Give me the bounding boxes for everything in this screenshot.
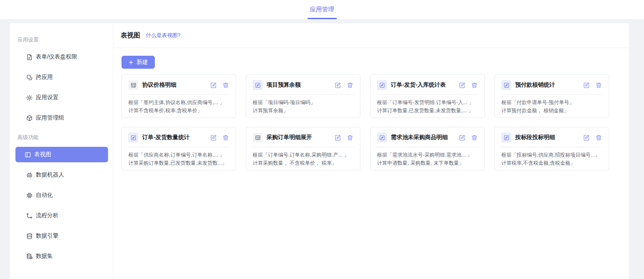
merge-icon: [253, 80, 262, 90]
delete-button[interactable]: [595, 82, 602, 89]
edit-button[interactable]: [459, 82, 466, 89]
delete-button[interactable]: [347, 82, 353, 89]
card-divider: [128, 147, 229, 147]
view-card[interactable]: 项目预算余额根据「项目编码-项目编码」计算预算余额」: [246, 74, 360, 118]
view-card[interactable]: 预付款核销统计根据「付款申请单号-预付单号」计算预付款金额， 核销金额」: [494, 74, 609, 118]
robot-icon: [26, 172, 33, 179]
view-card[interactable]: 按标段投标明细根据「投标编号,供应商,招投标项目编号...」计算税率,不含税金额…: [494, 127, 609, 170]
table-view-icon: [24, 151, 31, 158]
flow-icon: [26, 212, 33, 219]
card-title: 协议价格明细: [142, 81, 176, 89]
cross-app-icon: [26, 74, 33, 81]
view-card[interactable]: 订单-发货-入库统计表根据「订单编号-发货明细.订单编号-入... 」计算订单数…: [370, 74, 485, 118]
view-card[interactable]: 采购订单明细展开根据「订单编号,订单名称,采购明细.产... 」计算采购数量， …: [246, 127, 360, 170]
edit-button[interactable]: [583, 134, 590, 141]
merge-icon: [377, 80, 387, 90]
new-button[interactable]: 新建: [121, 56, 155, 69]
table-grid-icon: [253, 133, 262, 142]
tab-app-management[interactable]: 应用管理: [308, 0, 337, 19]
card-title: 订单-发货-入库统计表: [391, 81, 446, 89]
card-actions: [334, 82, 353, 89]
sidebar-item-label: 应用管理组: [36, 114, 64, 122]
card-divider: [377, 147, 478, 147]
sidebar-item-label: 自动化: [36, 192, 53, 199]
view-card[interactable]: 订单-发货数量统计根据「供应商名称,订单编号,订单名称,... 」计算采购订单数…: [121, 127, 236, 170]
sidebar-item[interactable]: 流程分析: [15, 208, 108, 223]
edit-button[interactable]: [583, 82, 590, 89]
data-engine-icon: [26, 233, 33, 240]
view-card[interactable]: 协议价格明细根据「签约主体,协议名称,供应商编号,... 」计算不含税单价,税率…: [121, 74, 236, 118]
new-button-label: 新建: [137, 59, 148, 66]
sidebar-section-header: 高级功能: [10, 131, 113, 147]
merge-icon: [501, 133, 511, 142]
card-description-line: 计算预算余额」: [253, 107, 353, 115]
sidebar-item-label: 数据引擎: [36, 232, 59, 240]
card-title: 预付款核销统计: [515, 81, 555, 89]
sidebar-item[interactable]: 自动化: [15, 187, 108, 203]
card-actions: [210, 82, 229, 89]
card-description-line: 根据「订单编号,订单名称,采购明细.产... 」: [253, 151, 353, 159]
delete-button[interactable]: [222, 82, 229, 89]
sidebar-item-label: 应用设置: [36, 94, 59, 101]
card-title: 订单-发货数量统计: [142, 134, 190, 141]
sidebar-item[interactable]: 数据引擎: [15, 228, 108, 244]
card-header: 预付款核销统计: [501, 80, 602, 90]
plus-icon: [128, 60, 134, 65]
help-link[interactable]: 什么是表视图?: [146, 32, 180, 39]
card-description-line: 根据「订单编号-发货明细.订单编号-入... 」: [377, 98, 478, 107]
sidebar-item-label: 数据集: [36, 253, 53, 260]
automation-icon: [26, 192, 33, 199]
edit-button[interactable]: [210, 82, 217, 89]
merge-icon: [377, 133, 387, 142]
delete-button[interactable]: [471, 82, 478, 89]
card-header: 项目预算余额: [253, 80, 353, 90]
sidebar: 应用设置表单/仪表盘权限跨应用应用设置应用管理组高级功能表视图数据机器人自动化流…: [10, 23, 113, 279]
edit-button[interactable]: [334, 134, 341, 141]
sidebar-item[interactable]: 应用设置: [15, 90, 108, 105]
edit-button[interactable]: [210, 134, 217, 141]
card-divider: [253, 147, 353, 147]
sidebar-item[interactable]: 数据机器人: [15, 167, 108, 183]
topbar: 应用管理: [0, 0, 644, 19]
sidebar-item-label: 数据机器人: [36, 171, 64, 179]
cube-icon: [26, 115, 33, 122]
sidebar-item[interactable]: 数据集: [15, 248, 108, 264]
card-grid: 协议价格明细根据「签约主体,协议名称,供应商编号,... 」计算不含税单价,税率…: [121, 74, 621, 170]
card-description-line: 根据「供应商名称,订单编号,订单名称,... 」: [128, 151, 229, 159]
edit-button[interactable]: [334, 82, 341, 89]
edit-button[interactable]: [459, 134, 466, 141]
sidebar-item[interactable]: 表视图: [15, 147, 108, 162]
sidebar-item[interactable]: 跨应用: [15, 70, 108, 85]
view-card[interactable]: 需求池未采购商品明细根据「需求池流水号-采购明细.需求池... 」计算申请数量,…: [370, 127, 485, 170]
sidebar-item[interactable]: 应用管理组: [15, 110, 108, 126]
card-header: 按标段投标明细: [501, 133, 602, 142]
card-description-line: 计算订单数量,已发货数量,未发货数量,... 」: [377, 107, 478, 115]
card-header: 需求池未采购商品明细: [377, 133, 478, 142]
card-title: 按标段投标明细: [515, 134, 555, 141]
delete-button[interactable]: [471, 134, 478, 141]
card-description-line: 计算不含税单价,税率,含税单价」: [128, 107, 229, 115]
card-title: 需求池未采购商品明细: [391, 134, 448, 141]
card-divider: [501, 147, 602, 147]
card-description-line: 根据「付款申请单号-预付单号」: [501, 98, 602, 107]
sidebar-item-label: 跨应用: [36, 74, 53, 81]
card-description-line: 根据「项目编码-项目编码」: [253, 98, 353, 107]
card-divider: [128, 94, 229, 95]
plus-icon: [128, 60, 134, 65]
main-content: 表视图 什么是表视图? 新建 协议价格明细根据「签约主体,协议名称,供应商编号,…: [113, 23, 629, 279]
delete-button[interactable]: [222, 134, 229, 141]
delete-button[interactable]: [595, 134, 602, 141]
card-actions: [459, 134, 478, 141]
sidebar-section-header: 应用设置: [10, 33, 113, 49]
sidebar-item[interactable]: 表单/仪表盘权限: [15, 49, 108, 65]
card-description-line: 计算采购订单数量,已发货数量,未发货数...」: [128, 159, 229, 167]
card-description-line: 根据「需求池流水号-采购明细.需求池... 」: [377, 151, 478, 159]
merge-icon: [501, 80, 511, 90]
delete-button[interactable]: [347, 134, 353, 141]
card-actions: [583, 82, 602, 89]
table-grid-icon: [128, 80, 138, 90]
card-title: 采购订单明细展开: [267, 134, 312, 141]
card-actions: [210, 134, 229, 141]
sidebar-item-label: 表视图: [34, 151, 51, 158]
card-description-line: 计算预付款金额， 核销金额」: [501, 107, 602, 115]
